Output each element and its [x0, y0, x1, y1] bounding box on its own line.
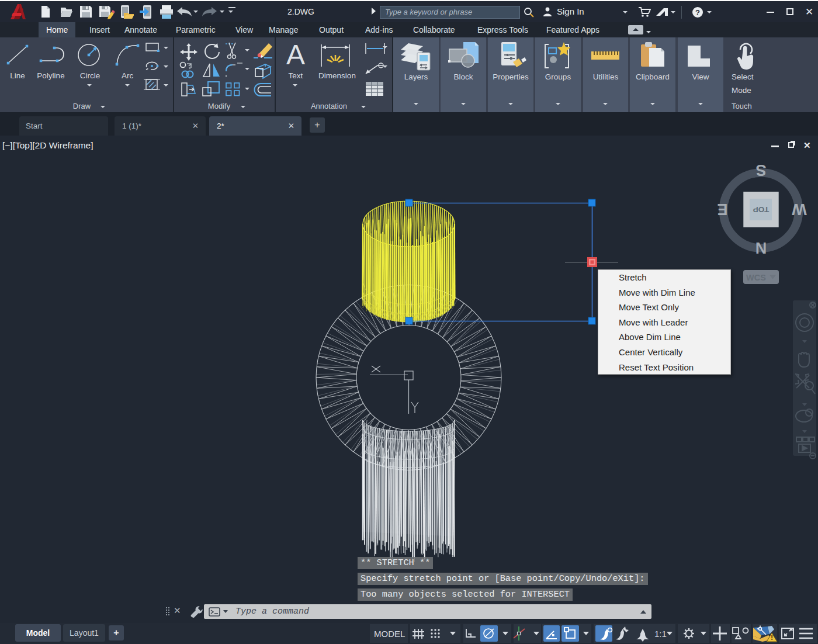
svg-text:MODEL: MODEL	[374, 629, 405, 639]
svg-text:!: !	[771, 634, 773, 641]
svg-text:W: W	[792, 200, 807, 218]
svg-text:A: A	[286, 41, 305, 70]
svg-text:1:1: 1:1	[654, 629, 667, 639]
svg-text:?: ?	[695, 8, 700, 17]
svg-text:S: S	[755, 161, 766, 179]
svg-text:TOP: TOP	[753, 205, 770, 214]
svg-text:N: N	[755, 239, 767, 257]
svg-text:WCS: WCS	[746, 273, 766, 282]
svg-text:E: E	[717, 200, 727, 218]
